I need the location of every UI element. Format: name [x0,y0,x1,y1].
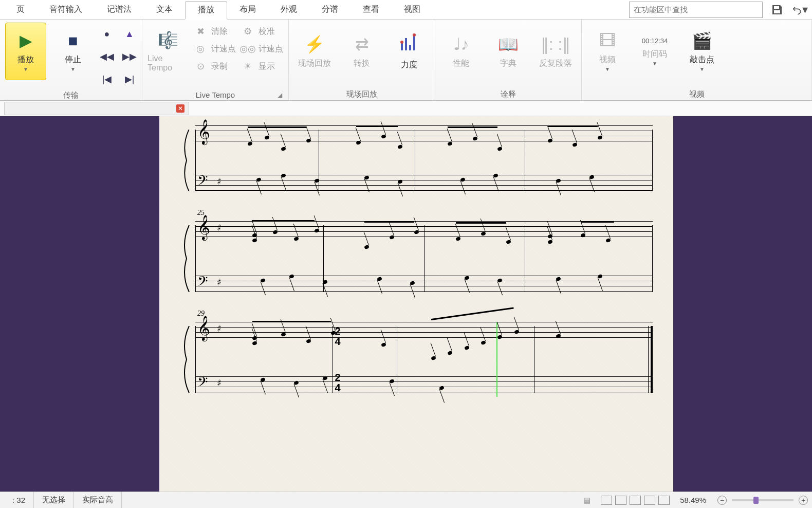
dialog-launcher-icon[interactable]: ◢ [278,92,282,99]
view-continuous-icon[interactable] [615,496,626,505]
repeat-label: 反复段落 [539,58,572,69]
tab-layout[interactable]: 布局 [227,1,268,18]
chevron-down-icon: ▼ [70,66,76,72]
tab-note-input[interactable]: 音符输入 [37,1,95,18]
dictionary-button[interactable]: 📖 字典 [488,23,529,80]
clear-button[interactable]: ✖清除 [195,26,236,37]
ribbon-group-transport: ▶ 播放 ▼ ■ 停止 ▼ ● ▲ ◀◀ ▶▶ |◀ ▶| 传输 [0,20,142,100]
chevron-down-icon: ▼ [23,66,28,72]
view-panorama-icon[interactable] [644,496,655,505]
show-button[interactable]: ☀显示 [242,61,283,72]
timecode-icon: 00:12:34 [642,37,668,45]
clear-icon: ✖ [195,26,206,37]
fast-forward-icon[interactable]: ▶▶ [122,51,137,62]
zoom-in-button[interactable]: + [799,496,808,505]
hitpoint-button[interactable]: 🎬 敲击点 ▼ [681,23,723,80]
view-single-icon[interactable] [601,496,612,505]
rewind-icon[interactable]: ◀◀ [100,51,114,62]
zoom-thumb[interactable] [753,497,759,504]
live-replay-button[interactable]: ⚡ 现场回放 [294,23,335,80]
transform-button[interactable]: ⇄ 转换 [341,23,382,80]
view-spread-icon[interactable] [630,496,641,505]
video-button[interactable]: 🎞 视频 ▼ [587,23,628,80]
group-label-transport: 传输 [5,88,137,100]
timecode-button[interactable]: 00:12:34 时间码 ▼ [634,23,675,80]
tab-view[interactable]: 视图 [392,1,433,18]
svg-rect-3 [413,36,415,50]
record-tempo-button[interactable]: ⊙录制 [195,61,236,72]
transform-icon: ⇄ [355,34,369,54]
status-selection[interactable]: 无选择 [34,492,74,508]
repeat-icon: ‖: :‖ [541,34,571,54]
menu-bar: 页 音符输入 记谱法 文本 播放 布局 外观 分谱 查看 视图 ▾ [0,0,812,20]
svg-rect-1 [405,38,407,50]
group-label-video: 视频 [587,87,806,99]
ribbon-search-input[interactable] [629,2,763,18]
target-icon: ◎ [195,43,206,55]
chevron-down-icon: ▼ [699,66,705,72]
tab-notation[interactable]: 记谱法 [95,1,144,18]
document-area[interactable]: 𝄞 𝄢♯ [0,116,812,492]
document-tab-strip: ✕ [0,101,812,116]
skip-end-icon[interactable]: ▶| [125,74,135,85]
zoom-out-button[interactable]: − [717,496,727,505]
tab-appearance[interactable]: 外观 [268,1,309,18]
repeat-button[interactable]: ‖: :‖ 反复段落 [535,23,576,80]
status-pitch[interactable]: 实际音高 [74,492,122,508]
undo-icon[interactable]: ▾ [791,2,808,18]
stop-label: 停止 [65,55,81,65]
page-nav-icon[interactable]: ▤ [583,496,590,505]
tab-home[interactable]: 页 [4,1,37,18]
svg-point-4 [400,41,403,44]
velocity-icon [399,33,419,56]
tab-review[interactable]: 查看 [350,1,392,18]
live-replay-label: 现场回放 [298,58,331,69]
score-page: 𝄞 𝄢♯ [159,116,673,492]
music-notes [231,225,648,292]
skip-start-icon[interactable]: |◀ [102,74,112,85]
hitpoint-label: 敲击点 [690,55,714,65]
video-label: 视频 [599,55,616,65]
timecode-label: 时间码 [642,49,667,60]
gear-icon: ⚙ [242,26,253,37]
transform-label: 转换 [354,58,370,69]
zoom-percent[interactable]: 58.49% [680,496,706,504]
play-icon: ▶ [20,31,32,50]
music-system: 𝄞 𝄢♯ [180,125,653,195]
show-icon: ☀ [242,61,253,72]
view-fullscreen-icon[interactable] [658,496,670,505]
performance-label: 性能 [453,58,469,69]
double-circle-icon: ◎◎ [242,43,253,55]
tab-text[interactable]: 文本 [144,1,185,18]
music-system: 25 𝄞♯ 𝄢♯ [180,221,653,296]
save-icon[interactable] [769,2,785,18]
performance-button[interactable]: ♩♪ 性能 [440,23,482,80]
ribbon-group-video: 🎞 视频 ▼ 00:12:34 时间码 ▼ 🎬 敲击点 ▼ 视频 [582,20,812,100]
live-tempo-label: Live Tempo [147,54,189,72]
velocity-button[interactable]: 力度 [389,23,430,80]
tab-parts[interactable]: 分谱 [309,1,350,18]
metronome-icon[interactable]: ▲ [125,29,134,40]
record-icon[interactable]: ● [104,29,110,40]
speed-point2-button[interactable]: ◎◎计速点 [242,43,283,55]
document-tab[interactable]: ✕ [4,102,189,115]
play-button[interactable]: ▶ 播放 ▼ [5,23,46,80]
stop-button[interactable]: ■ 停止 ▼ [52,23,94,80]
calibrate-button[interactable]: ⚙校准 [242,26,283,37]
play-label: 播放 [17,55,34,65]
ribbon-group-live-playback: ⚡ 现场回放 ⇄ 转换 力度 现场回放 [289,20,435,100]
status-bar-info[interactable]: : 32 [4,492,34,508]
svg-rect-0 [401,43,403,50]
ribbon: ▶ 播放 ▼ ■ 停止 ▼ ● ▲ ◀◀ ▶▶ |◀ ▶| 传输 🎼 [0,20,812,101]
music-notes [231,326,648,393]
conductor-icon: 🎼 [158,30,178,50]
ribbon-group-live-tempo: 🎼 Live Tempo ✖清除 ◎计速点 ⊙录制 ⚙校准 ◎◎计速点 ☀显示 … [142,20,289,100]
tab-playback[interactable]: 播放 [185,1,227,20]
zoom-slider[interactable] [732,499,793,501]
music-notes [231,130,648,191]
svg-point-5 [413,33,416,37]
close-icon[interactable]: ✕ [176,104,184,113]
speed-point-button[interactable]: ◎计速点 [195,43,236,55]
live-tempo-button[interactable]: 🎼 Live Tempo [147,23,189,80]
group-label-live-tempo: Live Tempo [196,90,235,99]
